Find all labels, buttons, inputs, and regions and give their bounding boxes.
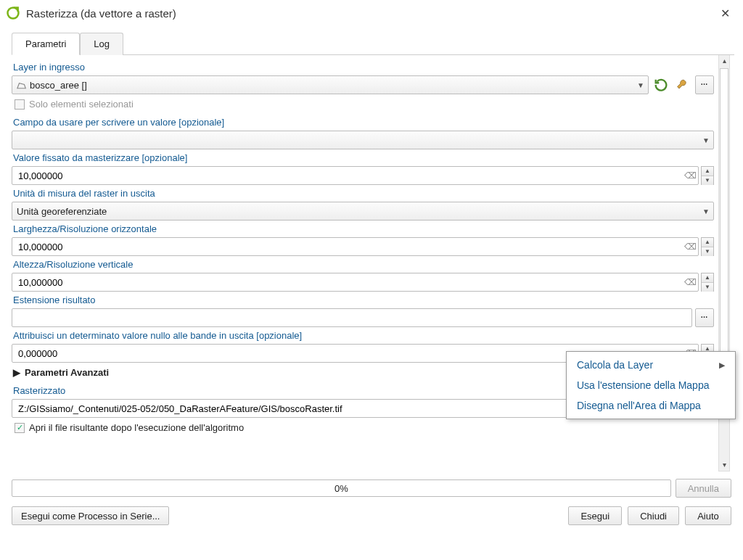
ellipsis-icon: … (701, 311, 709, 325)
svg-point-0 (8, 8, 19, 19)
clear-icon[interactable]: ⌫ (684, 277, 694, 287)
run-button[interactable]: Esegui (568, 506, 622, 525)
layer-more-button[interactable]: … (695, 75, 714, 94)
ellipsis-icon: … (701, 78, 709, 92)
clear-icon[interactable]: ⌫ (684, 170, 694, 181)
units-value: Unità georeferenziate (17, 206, 107, 217)
menu-calc-layer[interactable]: Calcola da Layer ▶ (567, 355, 735, 375)
extent-input-field[interactable] (17, 312, 674, 324)
cancel-button[interactable]: Annulla (676, 479, 731, 498)
help-button[interactable]: Aiuto (685, 506, 731, 525)
height-spinner[interactable]: ▲▼ (701, 273, 714, 292)
burn-spinner[interactable]: ▲▼ (701, 166, 714, 185)
app-icon (6, 6, 20, 20)
extent-context-menu: Calcola da Layer ▶ Usa l'estensione dell… (566, 351, 736, 419)
extent-more-button[interactable]: … (695, 308, 714, 327)
progress-bar: 0% (12, 479, 671, 497)
submenu-arrow-icon: ▶ (719, 361, 725, 370)
tab-parametri[interactable]: Parametri (12, 33, 80, 55)
progress-text: 0% (334, 483, 348, 494)
layer-input-value: bosco_aree [] (30, 80, 87, 91)
label-layer-in: Layer in ingresso (12, 59, 714, 75)
tab-log[interactable]: Log (80, 33, 123, 55)
height-input[interactable]: ⌫ (12, 273, 699, 292)
label-field: Campo da usare per scrivere un valore [o… (12, 114, 714, 131)
triangle-right-icon: ▶ (13, 367, 20, 378)
scroll-down-icon[interactable]: ▾ (719, 459, 729, 471)
refresh-button[interactable] (652, 75, 670, 94)
field-combo[interactable]: ▼ (12, 131, 714, 149)
layer-input-combo[interactable]: bosco_aree [] ▼ (12, 75, 649, 94)
tab-bar: Parametri Log (12, 32, 734, 55)
batch-button[interactable]: Esegui come Processo in Serie... (12, 506, 169, 525)
burn-input[interactable]: ⌫ (12, 166, 699, 185)
height-input-field[interactable] (17, 276, 681, 289)
label-burn: Valore fissato da masterizzare [opzional… (12, 149, 714, 166)
open-after-label: Apri il file risultante dopo l'esecuzion… (29, 422, 244, 433)
burn-input-field[interactable] (17, 170, 681, 182)
chevron-down-icon: ▼ (702, 207, 710, 215)
label-units: Unità di misura del raster in uscita (12, 185, 714, 202)
wrench-button[interactable] (673, 75, 692, 94)
titlebar: Rasterizza (da vettore a raster) ✕ (0, 0, 743, 28)
units-combo[interactable]: Unità georeferenziate ▼ (12, 202, 714, 221)
width-input[interactable]: ⌫ (12, 237, 699, 256)
extent-input[interactable] (12, 308, 692, 327)
chevron-down-icon: ▼ (637, 81, 644, 89)
advanced-label: Parametri Avanzati (25, 367, 109, 378)
label-width: Larghezza/Risoluzione orizzontale (12, 221, 714, 237)
clear-icon[interactable]: ⌫ (684, 242, 694, 252)
menu-draw-in-map[interactable]: Disegna nell'Area di Mappa (567, 395, 735, 416)
width-input-field[interactable] (17, 241, 681, 253)
window-title: Rasterizza (da vettore a raster) (26, 7, 716, 20)
scroll-up-icon[interactable]: ▴ (719, 55, 729, 67)
label-nodata: Attribuisci un determinato valore nullo … (12, 327, 714, 344)
open-after-checkbox[interactable]: ✓ (15, 423, 25, 433)
width-spinner[interactable]: ▲▼ (701, 237, 714, 256)
only-selected-checkbox[interactable] (15, 99, 25, 110)
polygon-icon (17, 81, 27, 89)
menu-use-map-extent[interactable]: Usa l'estensione della Mappa (567, 375, 735, 395)
chevron-down-icon: ▼ (702, 136, 710, 144)
close-button[interactable]: Chiudi (628, 506, 679, 525)
close-icon[interactable]: ✕ (716, 7, 734, 20)
label-height: Altezza/Risoluzione verticale (12, 256, 714, 273)
only-selected-label: Solo elementi selezionati (29, 99, 134, 110)
label-extent: Estensione risultato (12, 292, 714, 308)
